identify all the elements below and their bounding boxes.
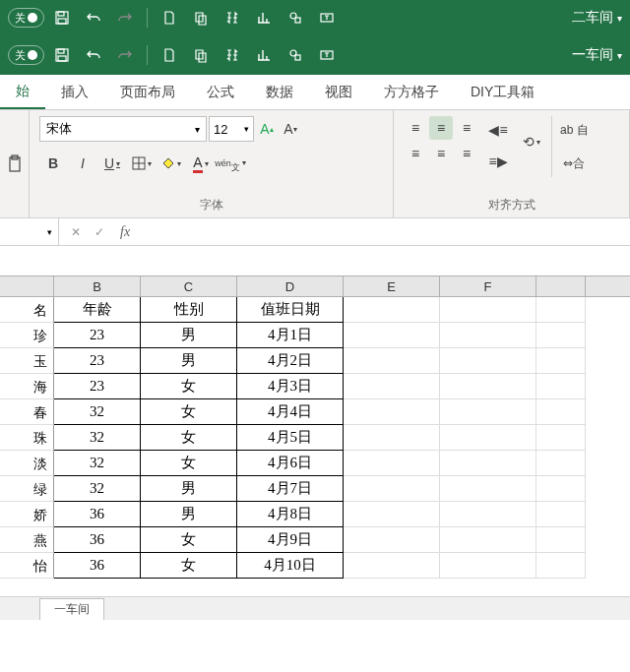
row-header[interactable]: 名 xyxy=(0,297,54,323)
decrease-indent-icon[interactable]: ◀≡ xyxy=(484,116,512,144)
row-header[interactable]: 燕 xyxy=(0,527,54,553)
cell[interactable] xyxy=(440,451,536,476)
merge-button[interactable]: ⇔ 合 xyxy=(560,150,589,177)
row-header[interactable]: 春 xyxy=(0,399,54,425)
tab-page-layout[interactable]: 页面布局 xyxy=(104,75,191,109)
sort-icon[interactable] xyxy=(219,41,246,69)
align-left-icon[interactable]: ≡ xyxy=(404,142,427,165)
col-header-E[interactable]: E xyxy=(344,276,440,296)
confirm-formula-icon[interactable]: ✓ xyxy=(89,225,110,239)
cell[interactable] xyxy=(344,451,440,476)
cell[interactable] xyxy=(440,425,536,451)
cell[interactable]: 女 xyxy=(141,527,237,553)
tab-home[interactable]: 始 xyxy=(0,75,45,109)
bold-button[interactable]: B xyxy=(39,150,67,177)
row-header[interactable]: 珍 xyxy=(0,323,54,348)
paste-icon[interactable] xyxy=(1,151,29,178)
align-top-center-icon[interactable]: ≡ xyxy=(429,116,453,140)
cell[interactable]: 32 xyxy=(54,476,141,502)
col-header-rest[interactable] xyxy=(536,276,586,296)
autosave-toggle-2[interactable]: 关 xyxy=(8,45,44,65)
undo-icon[interactable] xyxy=(80,4,107,31)
cell[interactable]: 女 xyxy=(141,553,237,579)
cell[interactable]: 男 xyxy=(141,502,237,527)
cell[interactable] xyxy=(440,476,536,502)
sheet-tab-active[interactable]: 一车间 xyxy=(39,598,104,620)
cell[interactable]: 4月8日 xyxy=(237,502,344,527)
cell[interactable] xyxy=(536,399,586,425)
redo-icon[interactable] xyxy=(111,4,139,31)
cell[interactable] xyxy=(536,374,586,399)
cell[interactable]: 32 xyxy=(54,451,141,476)
cell[interactable] xyxy=(536,451,586,476)
textbox-icon[interactable] xyxy=(313,41,341,69)
font-size-select[interactable]: 12▾ xyxy=(209,116,254,142)
chart-icon[interactable] xyxy=(250,4,278,31)
align-center-icon[interactable]: ≡ xyxy=(429,142,453,165)
border-button[interactable]: ▾ xyxy=(128,150,156,177)
increase-indent-icon[interactable]: ≡▶ xyxy=(484,148,512,175)
align-top-left-icon[interactable]: ≡ xyxy=(404,116,427,140)
cell[interactable] xyxy=(536,323,586,348)
redo-icon[interactable] xyxy=(111,41,139,69)
cell[interactable]: 4月9日 xyxy=(237,527,344,553)
cell[interactable] xyxy=(440,348,536,374)
cell[interactable]: 32 xyxy=(54,425,141,451)
cell[interactable] xyxy=(344,348,440,374)
cell[interactable] xyxy=(536,527,586,553)
decrease-font-icon[interactable]: A▾ xyxy=(280,116,301,142)
row-header[interactable]: 绿 xyxy=(0,476,54,502)
cell[interactable] xyxy=(344,425,440,451)
shapes-icon[interactable] xyxy=(282,41,309,69)
row-header[interactable]: 海 xyxy=(0,374,54,399)
increase-font-icon[interactable]: A▴ xyxy=(256,116,278,142)
tab-insert[interactable]: 插入 xyxy=(45,75,104,109)
cell[interactable] xyxy=(440,553,536,579)
cell[interactable]: 4月1日 xyxy=(237,323,344,348)
cell[interactable]: 32 xyxy=(54,399,141,425)
font-name-select[interactable]: 宋体▾ xyxy=(39,116,207,142)
fill-color-button[interactable]: ▾ xyxy=(158,150,185,177)
cell[interactable] xyxy=(536,348,586,374)
copy-page-icon[interactable] xyxy=(187,41,215,69)
cell[interactable]: 23 xyxy=(54,323,141,348)
chart-icon[interactable] xyxy=(250,41,278,69)
align-right-icon[interactable]: ≡ xyxy=(455,142,478,165)
row-header[interactable]: 玉 xyxy=(0,348,54,374)
cell[interactable]: 23 xyxy=(54,374,141,399)
textbox-icon[interactable] xyxy=(313,4,341,31)
cell[interactable]: 4月5日 xyxy=(237,425,344,451)
copy-page-icon[interactable] xyxy=(187,4,215,31)
cell[interactable]: 4月7日 xyxy=(237,476,344,502)
cell[interactable]: 年龄 xyxy=(54,297,141,323)
cell[interactable]: 性别 xyxy=(141,297,237,323)
cell[interactable] xyxy=(440,374,536,399)
select-all-corner[interactable] xyxy=(0,276,54,296)
cell[interactable]: 23 xyxy=(54,348,141,374)
cell[interactable]: 女 xyxy=(141,451,237,476)
cell[interactable] xyxy=(344,476,440,502)
cell[interactable]: 男 xyxy=(141,323,237,348)
cell[interactable]: 女 xyxy=(141,399,237,425)
cell[interactable] xyxy=(536,553,586,579)
row-header[interactable]: 珠 xyxy=(0,425,54,451)
sort-icon[interactable] xyxy=(219,4,246,31)
cell[interactable]: 4月10日 xyxy=(237,553,344,579)
cell[interactable]: 36 xyxy=(54,527,141,553)
fx-label[interactable]: fx xyxy=(116,224,130,240)
save-icon[interactable] xyxy=(48,4,76,31)
cell[interactable] xyxy=(440,527,536,553)
cell[interactable]: 男 xyxy=(141,476,237,502)
cell[interactable] xyxy=(536,425,586,451)
cell[interactable]: 值班日期 xyxy=(237,297,344,323)
cell[interactable] xyxy=(344,527,440,553)
cell[interactable] xyxy=(344,399,440,425)
row-header[interactable]: 怡 xyxy=(0,553,54,579)
italic-button[interactable]: I xyxy=(69,150,96,177)
cell[interactable] xyxy=(440,297,536,323)
autosave-toggle[interactable]: 关 xyxy=(8,8,44,28)
cell[interactable] xyxy=(344,297,440,323)
tab-fangfang[interactable]: 方方格子 xyxy=(368,75,455,109)
col-header-C[interactable]: C xyxy=(141,276,237,296)
cell[interactable] xyxy=(440,399,536,425)
